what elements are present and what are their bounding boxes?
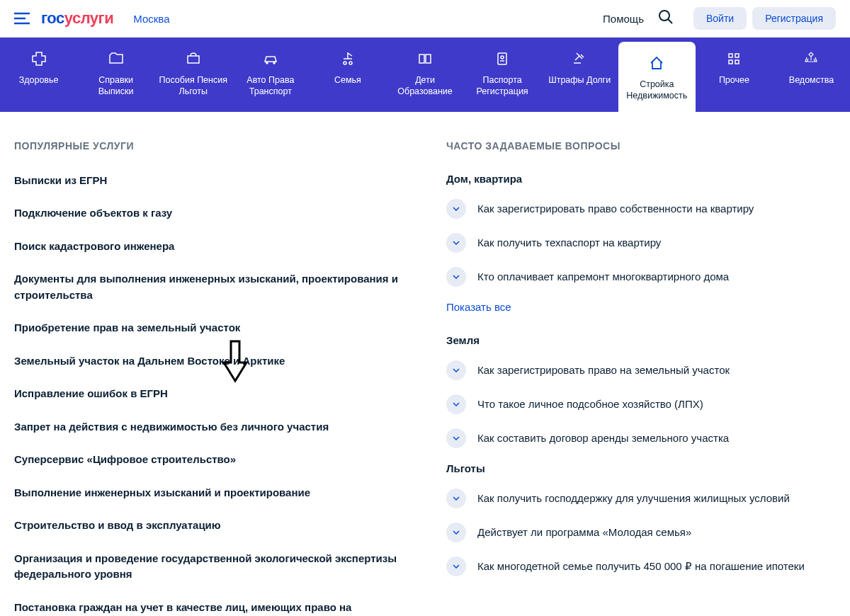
nav-benefits[interactable]: Пособия Пенсия Льготы: [154, 38, 232, 112]
chevron-down-icon[interactable]: [446, 489, 466, 508]
nav-label: Здоровье: [3, 74, 74, 86]
register-button[interactable]: Регистрация: [752, 7, 836, 30]
chevron-down-icon[interactable]: [446, 428, 466, 448]
faq-question[interactable]: Как получить техпаспорт на квартиру: [477, 236, 661, 249]
logo[interactable]: госуслуги: [41, 9, 113, 28]
faq-item[interactable]: Действует ли программа «Молодая семья»: [446, 523, 836, 542]
nav-education[interactable]: Дети Образование: [386, 38, 463, 112]
faq-question[interactable]: Как зарегистрировать право собственности…: [477, 203, 754, 215]
house-icon: [621, 55, 693, 72]
faq-question[interactable]: Что такое личное подсобное хозяйство (ЛП…: [477, 398, 703, 410]
service-link[interactable]: Выписки из ЕГРН: [14, 173, 418, 189]
faq-title: ЧАСТО ЗАДАВАЕМЫЕ ВОПРОСЫ: [446, 140, 836, 152]
faq-question[interactable]: Кто оплачивает капремонт многоквартирног…: [477, 270, 729, 283]
folder-icon: [80, 50, 152, 67]
hamburger-menu-icon[interactable]: [14, 12, 30, 25]
faq-group-heading: Льготы: [446, 462, 836, 474]
service-link[interactable]: Организация и проведение государственной…: [14, 551, 418, 583]
faq-item[interactable]: Как получить господдержку для улучшения …: [446, 489, 836, 508]
faq-item[interactable]: Как составить договор аренды земельного …: [446, 428, 836, 448]
svg-point-8: [349, 62, 352, 64]
svg-line-4: [668, 19, 672, 23]
chevron-down-icon[interactable]: [446, 267, 466, 287]
chevron-down-icon[interactable]: [446, 394, 466, 414]
nav-fines[interactable]: Штрафы Долги: [541, 38, 618, 112]
popular-services-column: ПОПУЛЯРНЫЕ УСЛУГИ Выписки из ЕГРН Подклю…: [14, 140, 418, 617]
service-link[interactable]: Приобретение прав на земельный участок: [14, 320, 418, 336]
nav-label: Авто Права Транспорт: [234, 74, 306, 98]
nav-label: Справки Выписки: [80, 74, 152, 98]
nav-label: Пособия Пенсия Льготы: [157, 74, 229, 98]
faq-group-heading: Земля: [446, 334, 836, 346]
nav-label: Семья: [312, 74, 383, 86]
service-link[interactable]: Документы для выполнения инженерных изыс…: [14, 271, 418, 303]
nav-label: Прочее: [698, 74, 770, 86]
nav-auto[interactable]: Авто Права Транспорт: [232, 38, 309, 112]
service-link[interactable]: Поиск кадастрового инженера: [14, 239, 418, 255]
main-content: ПОПУЛЯРНЫЕ УСЛУГИ Выписки из ЕГРН Подклю…: [0, 112, 850, 617]
service-link[interactable]: Земельный участок на Дальнем Востоке и А…: [14, 353, 418, 370]
login-button[interactable]: Войти: [693, 7, 747, 30]
search-icon[interactable]: [658, 9, 674, 28]
service-link[interactable]: Подключение объектов к газу: [14, 205, 418, 222]
faq-item[interactable]: Что такое личное подсобное хозяйство (ЛП…: [446, 394, 836, 414]
faq-question[interactable]: Как многодетной семье получить 450 000 ₽…: [477, 560, 805, 573]
svg-rect-14: [729, 60, 732, 64]
chevron-down-icon[interactable]: [446, 360, 466, 380]
service-link[interactable]: Суперсервис «Цифровое строительство»: [14, 452, 418, 468]
passport-icon: [467, 50, 538, 67]
popular-services-title: ПОПУЛЯРНЫЕ УСЛУГИ: [14, 140, 418, 152]
header: госуслуги Москва Помощь Войти Регистраци…: [0, 0, 850, 38]
svg-point-6: [273, 62, 275, 64]
nav-passports[interactable]: Паспорта Регистрация: [464, 38, 541, 112]
nav-construction[interactable]: Стройка Недвижимость: [618, 42, 696, 112]
nav-label: Ведомства: [776, 74, 847, 86]
svg-rect-12: [729, 54, 732, 57]
service-link[interactable]: Постановка граждан на учет в качестве ли…: [14, 600, 418, 617]
chevron-down-icon[interactable]: [446, 557, 466, 576]
faq-question[interactable]: Как зарегистрировать право на земельный …: [477, 364, 730, 376]
svg-point-10: [501, 56, 504, 59]
faq-item[interactable]: Как зарегистрировать право собственности…: [446, 199, 836, 219]
emblem-icon: [776, 50, 847, 67]
faq-question[interactable]: Как составить договор аренды земельного …: [477, 432, 729, 444]
svg-rect-15: [735, 60, 739, 64]
faq-item[interactable]: Кто оплачивает капремонт многоквартирног…: [446, 267, 836, 287]
nav-label: Паспорта Регистрация: [467, 74, 538, 98]
show-all-link[interactable]: Показать все: [446, 301, 836, 313]
service-link[interactable]: Исправление ошибок в ЕГРН: [14, 386, 418, 402]
nav-label: Дети Образование: [389, 74, 460, 98]
faq-column: ЧАСТО ЗАДАВАЕМЫЕ ВОПРОСЫ Дом, квартира К…: [446, 140, 836, 617]
svg-point-3: [659, 11, 669, 21]
health-icon: [3, 50, 74, 67]
grid-icon: [698, 50, 770, 67]
car-icon: [234, 50, 306, 67]
gavel-icon: [544, 50, 616, 67]
faq-item[interactable]: Как получить техпаспорт на квартиру: [446, 233, 836, 253]
faq-question[interactable]: Действует ли программа «Молодая семья»: [477, 526, 691, 538]
faq-question[interactable]: Как получить господдержку для улучшения …: [477, 492, 790, 504]
chevron-down-icon[interactable]: [446, 523, 466, 542]
nav-family[interactable]: Семья: [309, 38, 386, 112]
service-link[interactable]: Запрет на действия с недвижимостью без л…: [14, 419, 418, 435]
help-link[interactable]: Помощь: [603, 13, 644, 25]
faq-item[interactable]: Как многодетной семье получить 450 000 ₽…: [446, 557, 836, 576]
service-link[interactable]: Выполнение инженерных изысканий и проект…: [14, 485, 418, 501]
nav-health[interactable]: Здоровье: [0, 38, 77, 112]
logo-part1: гос: [41, 9, 64, 27]
nav-other[interactable]: Прочее: [696, 38, 773, 112]
svg-point-7: [344, 62, 346, 64]
nav-label: Стройка Недвижимость: [621, 79, 693, 102]
nav-agencies[interactable]: Ведомства: [773, 38, 850, 112]
svg-point-5: [266, 62, 268, 64]
nav-certificates[interactable]: Справки Выписки: [77, 38, 154, 112]
city-selector[interactable]: Москва: [133, 13, 169, 25]
chevron-down-icon[interactable]: [446, 199, 466, 219]
chevron-down-icon[interactable]: [446, 233, 466, 253]
stroller-icon: [312, 50, 383, 67]
book-icon: [389, 50, 460, 67]
category-nav: Здоровье Справки Выписки Пособия Пенсия …: [0, 38, 850, 112]
arrow-annotation-icon: [221, 340, 249, 384]
faq-item[interactable]: Как зарегистрировать право на земельный …: [446, 360, 836, 380]
service-link[interactable]: Строительство и ввод в эксплуатацию: [14, 518, 418, 534]
